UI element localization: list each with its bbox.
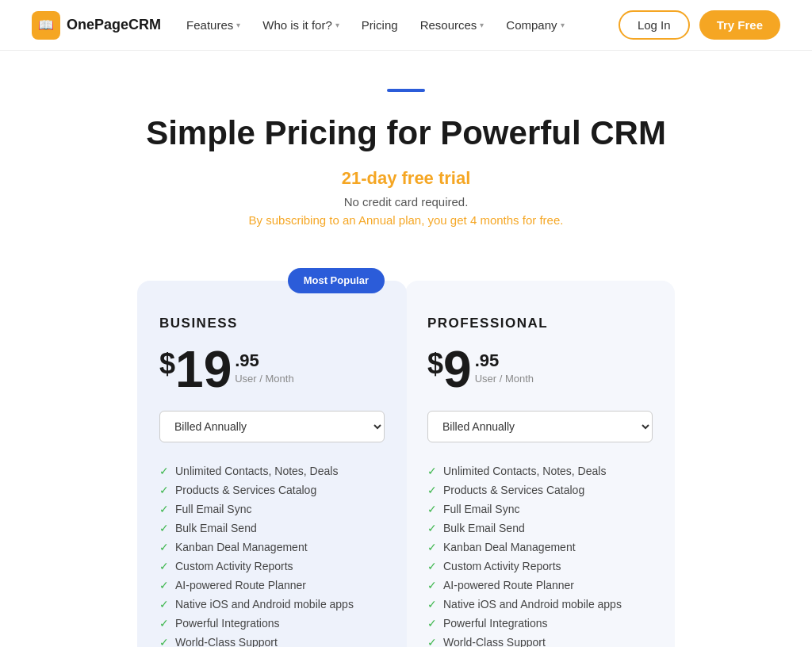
professional-plan-card: PROFESSIONAL $ 9 .95 User / Month Billed…	[405, 281, 675, 647]
try-free-button[interactable]: Try Free	[699, 10, 780, 40]
check-icon: ✓	[159, 465, 169, 477]
check-icon: ✓	[427, 522, 437, 534]
check-icon: ✓	[427, 636, 437, 647]
nav-company[interactable]: Company ▾	[506, 18, 564, 32]
business-price-period: User / Month	[235, 373, 293, 385]
nav-links: Features ▾ Who is it for? ▾ Pricing Reso…	[186, 18, 565, 32]
most-popular-badge: Most Popular	[288, 268, 385, 293]
list-item: ✓Full Email Sync	[427, 500, 653, 519]
nav-left: 📖 OnePageCRM Features ▾ Who is it for? ▾…	[32, 11, 565, 40]
list-item: ✓Native iOS and Android mobile apps	[427, 595, 653, 614]
no-cc-text: No credit card required.	[16, 195, 796, 209]
hero-divider	[387, 89, 425, 92]
chevron-down-icon: ▾	[480, 21, 484, 29]
check-icon: ✓	[159, 579, 169, 591]
check-icon: ✓	[159, 617, 169, 630]
business-price-row: $ 19 .95 User / Month	[159, 344, 385, 395]
list-item: ✓Custom Activity Reports	[159, 557, 385, 576]
list-item: ✓Bulk Email Send	[427, 519, 653, 538]
annual-note: By subscribing to an Annual plan, you ge…	[16, 213, 796, 227]
nav-pricing[interactable]: Pricing	[362, 18, 398, 32]
professional-billing-select[interactable]: Billed Annually	[427, 411, 653, 442]
check-icon: ✓	[427, 503, 437, 515]
professional-plan-name: PROFESSIONAL	[427, 316, 653, 331]
list-item: ✓Powerful Integrations	[427, 614, 653, 633]
list-item: ✓Unlimited Contacts, Notes, Deals	[427, 461, 653, 480]
list-item: ✓Products & Services Catalog	[427, 480, 653, 500]
check-icon: ✓	[159, 541, 169, 553]
list-item: ✓Kanban Deal Management	[427, 538, 653, 557]
chevron-down-icon: ▾	[236, 21, 240, 29]
professional-price-period: User / Month	[475, 373, 534, 385]
list-item: ✓Native iOS and Android mobile apps	[159, 595, 385, 614]
check-icon: ✓	[427, 484, 437, 496]
logo[interactable]: 📖 OnePageCRM	[32, 11, 161, 40]
business-plan-name: BUSINESS	[159, 316, 385, 331]
chevron-down-icon: ▾	[561, 21, 565, 29]
business-price-amount: 19	[175, 344, 232, 395]
trial-text: 21-day free trial	[16, 168, 796, 189]
check-icon: ✓	[427, 465, 437, 477]
nav-right: Log In Try Free	[619, 10, 780, 40]
list-item: ✓Bulk Email Send	[159, 519, 385, 538]
professional-price-amount: 9	[443, 344, 472, 395]
business-plan-card: Most Popular BUSINESS $ 19 .95 User / Mo…	[137, 281, 407, 647]
check-icon: ✓	[159, 636, 169, 647]
check-icon: ✓	[427, 617, 437, 630]
business-price-cents: .95	[235, 350, 293, 371]
list-item: ✓Kanban Deal Management	[159, 538, 385, 557]
business-billing-select[interactable]: Billed Annually	[159, 411, 385, 442]
check-icon: ✓	[427, 579, 437, 591]
professional-price-cents: .95	[475, 350, 534, 371]
nav-resources[interactable]: Resources ▾	[420, 18, 485, 32]
professional-price-row: $ 9 .95 User / Month	[427, 344, 653, 395]
hero-title: Simple Pricing for Powerful CRM	[16, 114, 796, 152]
hero-section: Simple Pricing for Powerful CRM 21-day f…	[0, 51, 812, 243]
check-icon: ✓	[427, 541, 437, 553]
list-item: ✓World-Class Support	[427, 633, 653, 647]
check-icon: ✓	[427, 560, 437, 572]
professional-features-list: ✓Unlimited Contacts, Notes, Deals ✓Produ…	[427, 461, 653, 647]
nav-features[interactable]: Features ▾	[186, 18, 240, 32]
professional-price-dollar: $	[427, 347, 443, 381]
check-icon: ✓	[159, 598, 169, 611]
navbar: 📖 OnePageCRM Features ▾ Who is it for? ▾…	[0, 0, 812, 51]
pricing-section: Most Popular BUSINESS $ 19 .95 User / Mo…	[0, 243, 812, 647]
chevron-down-icon: ▾	[335, 21, 339, 29]
login-button[interactable]: Log In	[619, 10, 690, 40]
list-item: ✓Powerful Integrations	[159, 614, 385, 633]
check-icon: ✓	[159, 560, 169, 572]
logo-text: OnePageCRM	[67, 17, 161, 33]
list-item: ✓AI-powered Route Planner	[159, 576, 385, 595]
logo-icon: 📖	[32, 11, 60, 40]
list-item: ✓Full Email Sync	[159, 500, 385, 519]
check-icon: ✓	[159, 503, 169, 515]
list-item: ✓Custom Activity Reports	[427, 557, 653, 576]
nav-who[interactable]: Who is it for? ▾	[262, 18, 339, 32]
business-price-dollar: $	[159, 347, 175, 381]
business-features-list: ✓Unlimited Contacts, Notes, Deals ✓Produ…	[159, 461, 385, 647]
check-icon: ✓	[159, 484, 169, 496]
list-item: ✓AI-powered Route Planner	[427, 576, 653, 595]
list-item: ✓Products & Services Catalog	[159, 480, 385, 500]
list-item: ✓World-Class Support	[159, 633, 385, 647]
check-icon: ✓	[427, 598, 437, 611]
check-icon: ✓	[159, 522, 169, 534]
list-item: ✓Unlimited Contacts, Notes, Deals	[159, 461, 385, 480]
